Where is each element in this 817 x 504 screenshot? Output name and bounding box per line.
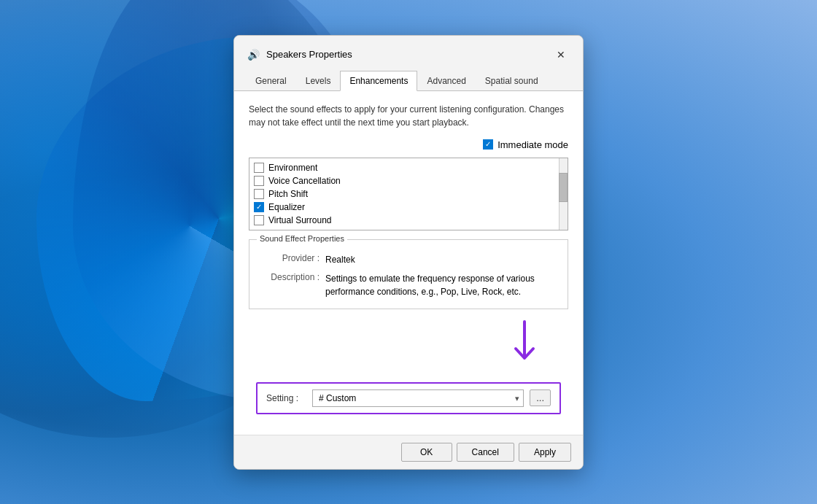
ok-button[interactable]: OK	[401, 443, 452, 462]
pitch-shift-label: Pitch Shift	[268, 189, 308, 199]
provider-label: Provider :	[261, 253, 320, 263]
description-text: Select the sound effects to apply for yo…	[249, 103, 568, 129]
title-bar: 🔊 Speakers Properties ✕	[234, 36, 583, 65]
equalizer-checkbox[interactable]	[254, 202, 264, 212]
arrow-icon	[495, 318, 539, 376]
immediate-mode-label: Immediate mode	[497, 139, 568, 150]
pitch-shift-checkbox[interactable]	[254, 189, 264, 199]
sep-section-title: Sound Effect Properties	[257, 234, 347, 243]
environment-label: Environment	[268, 163, 317, 173]
scrollbar-track	[559, 158, 568, 230]
voice-cancellation-label: Voice Cancellation	[268, 176, 341, 186]
tab-levels[interactable]: Levels	[296, 71, 341, 91]
effect-virtual-surround: Virtual Surround	[254, 214, 563, 227]
title-bar-left: 🔊 Speakers Properties	[246, 47, 352, 62]
setting-select-wrapper: # Custom	[312, 389, 524, 407]
dialog-content: Select the sound effects to apply for yo…	[234, 91, 583, 435]
speakers-properties-dialog: 🔊 Speakers Properties ✕ General Levels E…	[233, 35, 584, 470]
description-label: Description :	[261, 272, 320, 282]
close-button[interactable]: ✕	[551, 44, 571, 65]
speaker-icon: 🔊	[246, 47, 260, 62]
effect-equalizer: Equalizer	[254, 201, 563, 214]
dialog-overlay: 🔊 Speakers Properties ✕ General Levels E…	[0, 0, 817, 504]
sound-effect-properties-section: Sound Effect Properties Provider : Realt…	[249, 239, 568, 309]
virtual-surround-label: Virtual Surround	[268, 215, 332, 225]
description-value: Settings to emulate the frequency respon…	[325, 272, 556, 298]
dialog-title: Speakers Properties	[266, 49, 352, 60]
ellipsis-button[interactable]: ...	[530, 389, 551, 406]
immediate-mode-row: Immediate mode	[249, 139, 568, 150]
immediate-mode-checkbox[interactable]	[483, 139, 493, 150]
environment-checkbox[interactable]	[254, 163, 264, 173]
dialog-footer: OK Cancel Apply	[234, 435, 583, 469]
description-row: Description : Settings to emulate the fr…	[261, 272, 556, 298]
setting-label: Setting :	[266, 393, 306, 403]
effects-list: Environment Voice Cancellation Pitch Shi…	[249, 158, 568, 230]
tab-advanced[interactable]: Advanced	[417, 71, 475, 91]
provider-row: Provider : Realtek	[261, 253, 556, 266]
effects-listbox[interactable]: Environment Voice Cancellation Pitch Shi…	[249, 158, 568, 230]
effect-environment: Environment	[254, 161, 563, 174]
cancel-button[interactable]: Cancel	[457, 443, 514, 462]
effect-voice-cancellation: Voice Cancellation	[254, 174, 563, 187]
tab-bar: General Levels Enhancements Advanced Spa…	[234, 65, 583, 91]
tab-enhancements[interactable]: Enhancements	[340, 71, 417, 91]
provider-value: Realtek	[325, 253, 556, 266]
effect-pitch-shift: Pitch Shift	[254, 187, 563, 201]
scrollbar-thumb[interactable]	[559, 173, 568, 202]
tab-spatial-sound[interactable]: Spatial sound	[476, 71, 548, 91]
tab-general[interactable]: General	[246, 71, 296, 91]
voice-cancellation-checkbox[interactable]	[254, 176, 264, 186]
virtual-surround-checkbox[interactable]	[254, 215, 264, 225]
equalizer-label: Equalizer	[268, 202, 305, 212]
setting-row: Setting : # Custom ...	[256, 382, 561, 414]
arrow-annotation	[249, 318, 568, 376]
apply-button[interactable]: Apply	[519, 443, 571, 462]
setting-select[interactable]: # Custom	[312, 389, 524, 407]
